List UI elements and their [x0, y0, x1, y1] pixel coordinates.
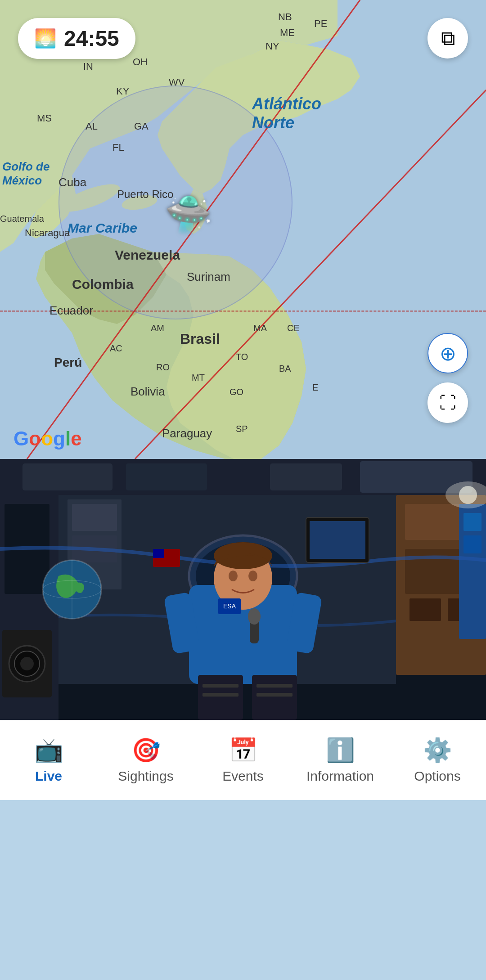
country-brasil: Brasil: [180, 331, 220, 347]
label-al: AL: [86, 121, 98, 132]
label-am: AM: [151, 323, 164, 333]
label-wv: WV: [169, 76, 184, 88]
fullscreen-icon: ⛶: [439, 393, 456, 413]
label-ga: GA: [134, 121, 148, 132]
label-go: GO: [230, 387, 243, 397]
svg-point-24: [20, 657, 34, 670]
fullscreen-button[interactable]: ⛶: [428, 382, 468, 423]
country-paraguay: Paraguay: [162, 427, 212, 441]
layers-button[interactable]: ⧉: [428, 18, 468, 58]
svg-rect-17: [464, 513, 482, 531]
label-ms: MS: [37, 112, 52, 124]
svg-rect-53: [256, 684, 292, 688]
google-logo: Google: [14, 427, 82, 450]
country-cuba: Cuba: [58, 175, 86, 189]
svg-rect-55: [256, 693, 292, 697]
sightings-icon: 🎯: [131, 737, 161, 764]
bottom-nav: 📺 Live 🎯 Sightings 📅 Events ℹ️ Informati…: [0, 720, 486, 800]
nav-item-live[interactable]: 📺 Live: [0, 737, 97, 784]
options-icon: ⚙️: [423, 737, 452, 764]
label-ny: NY: [266, 40, 279, 52]
label-oh: OH: [133, 56, 148, 68]
label-golfo: Golfo deMéxico: [2, 160, 50, 188]
svg-point-44: [229, 571, 238, 581]
label-e: E: [312, 382, 318, 393]
country-surinam: Surinam: [187, 270, 230, 284]
timer-display: 24:55: [64, 26, 119, 51]
country-ecuador: Ecuador: [50, 304, 93, 318]
country-bolivia: Bolivia: [130, 385, 165, 399]
ocean-label-atlantic: AtlánticoNorte: [252, 94, 321, 132]
video-section: ESA: [0, 459, 486, 720]
timer-badge: 🌅 24:55: [18, 18, 135, 59]
svg-point-45: [248, 571, 257, 581]
svg-rect-52: [202, 684, 238, 688]
label-ro: RO: [156, 362, 170, 373]
nav-label-events: Events: [222, 769, 264, 784]
map-section: 🛸 🌅 24:55 ⧉ ⊕ ⛶ Google AtlánticoNorte Ma…: [0, 0, 486, 459]
label-ac: AC: [110, 343, 122, 354]
locate-icon: ⊕: [440, 342, 456, 365]
label-nb: NB: [278, 11, 292, 23]
country-guatemala: Guatemala: [0, 214, 44, 224]
label-ba: BA: [279, 364, 291, 374]
layers-icon: ⧉: [441, 27, 455, 50]
svg-rect-50: [198, 675, 243, 720]
nav-item-sightings[interactable]: 🎯 Sightings: [97, 737, 194, 784]
label-fl: FL: [112, 142, 124, 153]
svg-rect-18: [464, 535, 482, 553]
ocean-label-caribbean: Mar Caribe: [68, 220, 137, 236]
nav-label-information: Information: [306, 769, 374, 784]
label-to: TO: [236, 352, 248, 362]
nav-label-sightings: Sightings: [118, 769, 173, 784]
country-venezuela: Venezuela: [115, 247, 180, 263]
live-icon: 📺: [34, 737, 63, 764]
label-ma: MA: [253, 323, 267, 333]
label-me: ME: [280, 27, 295, 39]
svg-rect-38: [153, 549, 164, 558]
label-ky: KY: [116, 85, 129, 97]
svg-rect-8: [126, 463, 207, 490]
country-nicaragua: Nicaragua: [25, 227, 70, 239]
country-colombia: Colombia: [72, 277, 134, 292]
nav-item-information[interactable]: ℹ️ Information: [292, 737, 389, 784]
label-pe: PE: [314, 18, 327, 30]
svg-rect-54: [202, 693, 238, 697]
label-mt: MT: [192, 373, 205, 383]
locate-button[interactable]: ⊕: [428, 333, 468, 373]
nav-item-events[interactable]: 📅 Events: [194, 737, 292, 784]
label-ce: CE: [287, 323, 300, 333]
sunrise-icon: 🌅: [34, 28, 57, 49]
nav-label-live: Live: [35, 769, 62, 784]
svg-rect-27: [72, 504, 117, 531]
svg-rect-9: [270, 463, 342, 490]
label-in: IN: [83, 61, 93, 72]
label-sp: SP: [236, 424, 248, 434]
events-icon: 📅: [229, 737, 258, 764]
svg-point-47: [248, 608, 261, 625]
svg-text:ESA: ESA: [223, 602, 236, 610]
svg-rect-14: [410, 598, 441, 621]
svg-point-57: [459, 486, 477, 504]
information-icon: ℹ️: [326, 737, 355, 764]
country-peru: Perú: [54, 355, 82, 370]
nav-item-options[interactable]: ⚙️ Options: [389, 737, 486, 784]
nav-label-options: Options: [414, 769, 460, 784]
svg-rect-33: [310, 521, 365, 559]
svg-rect-7: [22, 463, 112, 490]
svg-rect-51: [252, 675, 297, 720]
